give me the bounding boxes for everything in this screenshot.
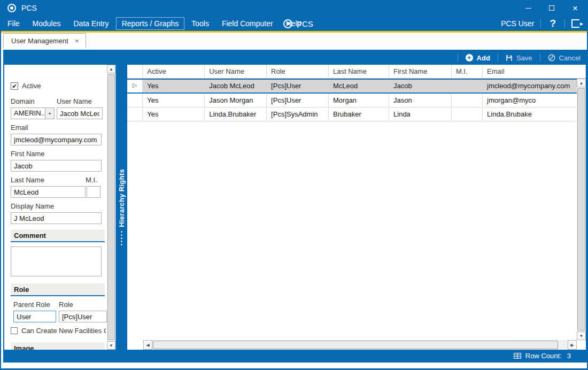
image-section-header: Image xyxy=(11,342,105,350)
col-first-name[interactable]: First Name xyxy=(389,65,452,78)
row-pointer-icon: ▷ xyxy=(127,80,143,92)
form-scrollbar-track[interactable] xyxy=(107,73,115,341)
hierarchy-rights-tab[interactable]: Hierarchy Rights xyxy=(115,65,127,350)
cell-role[interactable]: [Pcs]User xyxy=(267,94,329,107)
domain-select[interactable]: AMERIN... ▼ xyxy=(11,107,55,119)
cell-email[interactable]: Linda.Brubake xyxy=(483,107,586,121)
grip-dots-icon xyxy=(121,231,122,245)
cell-mi[interactable] xyxy=(452,107,483,121)
form-scrollbar[interactable]: ▲ ▼ xyxy=(107,65,115,350)
grid-hscroll-track[interactable] xyxy=(152,340,568,350)
chevron-down-icon[interactable]: ▼ xyxy=(45,108,54,119)
grid-horizontal-scrollbar[interactable]: ◀ ▶ xyxy=(143,340,577,350)
tab-user-management[interactable]: User Management × xyxy=(3,33,86,48)
col-email[interactable]: Email xyxy=(483,65,586,78)
table-row[interactable]: Yes Linda.Brubaker [Pcs]SysAdmin Brubake… xyxy=(127,107,586,121)
cell-user-name[interactable]: Jason Morgan xyxy=(205,94,267,107)
scroll-down-icon[interactable]: ▼ xyxy=(577,332,586,340)
scroll-down-icon[interactable]: ▼ xyxy=(107,341,115,350)
menu-tools[interactable]: Tools xyxy=(185,17,215,30)
user-form: ✔ Active Domain User Name AMERIN... ▼ Em… xyxy=(4,65,107,350)
cell-first-name[interactable]: Jacob xyxy=(389,80,452,92)
grid-header-row: Active User Name Role Last Name First Na… xyxy=(127,65,586,79)
cell-user-name[interactable]: Linda.Brubaker xyxy=(205,107,267,121)
first-name-field[interactable] xyxy=(11,160,102,172)
grid-hscroll-thumb[interactable] xyxy=(153,341,558,349)
add-button[interactable]: + Add xyxy=(466,54,490,62)
last-name-field[interactable] xyxy=(11,186,86,198)
separator xyxy=(540,19,541,28)
save-button[interactable]: Save xyxy=(506,54,532,62)
menu-file[interactable]: File xyxy=(2,17,26,30)
email-field[interactable] xyxy=(11,134,102,145)
domain-label: Domain xyxy=(11,97,57,105)
row-selector[interactable] xyxy=(127,107,143,121)
menu-field-computer[interactable]: Field Computer xyxy=(216,17,279,30)
current-user-label[interactable]: PCS User xyxy=(501,19,534,28)
cancel-button[interactable]: Cancel xyxy=(548,54,581,62)
menu-data-entry[interactable]: Data Entry xyxy=(67,17,114,30)
col-mi[interactable]: M.I. xyxy=(452,65,483,78)
cell-email[interactable]: jmcleod@mycompany.com xyxy=(483,80,586,92)
menu-reports-graphs[interactable]: Reports / Graphs xyxy=(116,17,185,30)
scroll-up-icon[interactable]: ▲ xyxy=(577,79,586,87)
scroll-left-icon[interactable]: ◀ xyxy=(143,340,152,350)
help-button[interactable]: ? xyxy=(547,18,558,29)
parent-role-field[interactable] xyxy=(13,311,56,322)
menubar: File Modules Data Entry Reports / Graphs… xyxy=(1,16,587,31)
cell-last-name[interactable]: Morgan xyxy=(329,94,389,107)
cell-mi[interactable] xyxy=(452,94,483,107)
row-selector[interactable] xyxy=(127,94,143,107)
role-field[interactable] xyxy=(59,311,107,322)
window-controls: × xyxy=(516,0,587,16)
hierarchy-rights-label: Hierarchy Rights xyxy=(118,169,126,227)
display-name-label: Display Name xyxy=(11,202,54,210)
add-label: Add xyxy=(477,54,490,62)
mi-field[interactable] xyxy=(87,186,100,198)
cell-last-name[interactable]: Brubaker xyxy=(329,107,389,121)
scroll-right-icon[interactable]: ▶ xyxy=(568,340,577,350)
form-scrollbar-thumb[interactable] xyxy=(107,74,115,340)
table-row[interactable]: Yes Jason Morgan [Pcs]User Morgan Jason … xyxy=(127,94,586,107)
separator xyxy=(540,53,540,62)
cell-email[interactable]: jmorgan@myco xyxy=(483,94,586,107)
cell-user-name[interactable]: Jacob McLeod xyxy=(205,80,267,92)
scroll-up-icon[interactable]: ▲ xyxy=(107,65,115,73)
cell-active[interactable]: Yes xyxy=(143,80,205,92)
minimize-button[interactable] xyxy=(516,0,540,16)
cell-role[interactable]: [Pcs]SysAdmin xyxy=(267,107,329,121)
col-active[interactable]: Active xyxy=(143,65,205,78)
cell-active[interactable]: Yes xyxy=(143,94,205,107)
cell-mi[interactable] xyxy=(452,80,483,92)
grid-vscroll-track[interactable] xyxy=(577,87,586,332)
separator xyxy=(458,53,458,62)
col-last-name[interactable]: Last Name xyxy=(329,65,389,78)
comment-field[interactable] xyxy=(11,246,102,276)
cell-first-name[interactable]: Jason xyxy=(389,94,452,107)
cell-role[interactable]: [Pcs]User xyxy=(267,80,329,92)
can-create-facilities-checkbox[interactable] xyxy=(11,327,18,334)
active-checkbox[interactable]: ✔ xyxy=(11,82,18,90)
cell-last-name[interactable]: McLeod xyxy=(329,80,389,92)
grid-vscroll-thumb[interactable] xyxy=(577,88,585,330)
status-bar: Row Count: 3 xyxy=(4,350,586,361)
logout-icon[interactable] xyxy=(571,19,579,28)
col-user-name[interactable]: User Name xyxy=(205,65,267,78)
cell-first-name[interactable]: Linda xyxy=(389,107,452,121)
table-row[interactable]: ▷ Yes Jacob McLeod [Pcs]User McLeod Jaco… xyxy=(127,79,586,94)
menu-modules[interactable]: Modules xyxy=(27,17,67,30)
grid-vertical-scrollbar[interactable]: ▲ ▼ xyxy=(577,79,586,340)
col-role[interactable]: Role xyxy=(267,65,329,78)
separator xyxy=(564,19,565,28)
display-name-field[interactable] xyxy=(11,212,102,224)
save-icon xyxy=(506,55,513,61)
maximize-button[interactable] xyxy=(540,0,563,16)
role-label: Role xyxy=(59,300,73,309)
can-create-facilities-label: Can Create New Facilities On xyxy=(21,327,106,335)
cell-active[interactable]: Yes xyxy=(143,107,205,121)
mi-label: M.I. xyxy=(86,176,97,184)
user-name-field[interactable] xyxy=(57,107,103,119)
tab-close-icon[interactable]: × xyxy=(75,37,79,44)
close-button[interactable]: × xyxy=(563,0,587,16)
domain-value: AMERIN... xyxy=(11,108,45,119)
